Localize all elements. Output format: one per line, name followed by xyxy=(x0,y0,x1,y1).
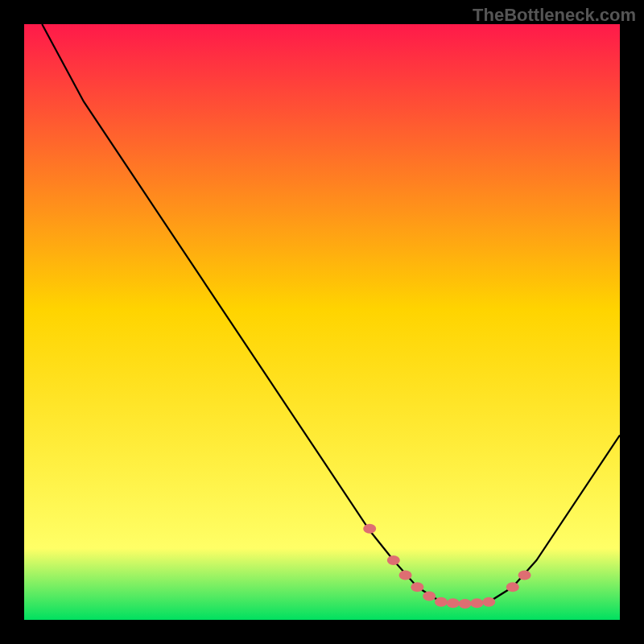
marker-dot xyxy=(423,591,436,601)
marker-dot xyxy=(387,555,400,565)
marker-dot xyxy=(435,597,448,607)
watermark-text: TheBottleneck.com xyxy=(473,5,636,26)
marker-dot xyxy=(459,599,472,609)
gradient-bg xyxy=(24,24,620,620)
marker-dot xyxy=(411,582,423,592)
chart-svg xyxy=(24,24,620,620)
marker-dot xyxy=(363,524,376,534)
marker-dot xyxy=(470,598,483,608)
marker-dot xyxy=(518,571,531,580)
marker-dot xyxy=(399,571,412,580)
marker-dot xyxy=(482,597,495,607)
chart-container: TheBottleneck.com xyxy=(0,0,644,644)
chart-plot xyxy=(24,24,620,620)
marker-dot xyxy=(506,582,519,592)
marker-dot xyxy=(447,598,460,608)
